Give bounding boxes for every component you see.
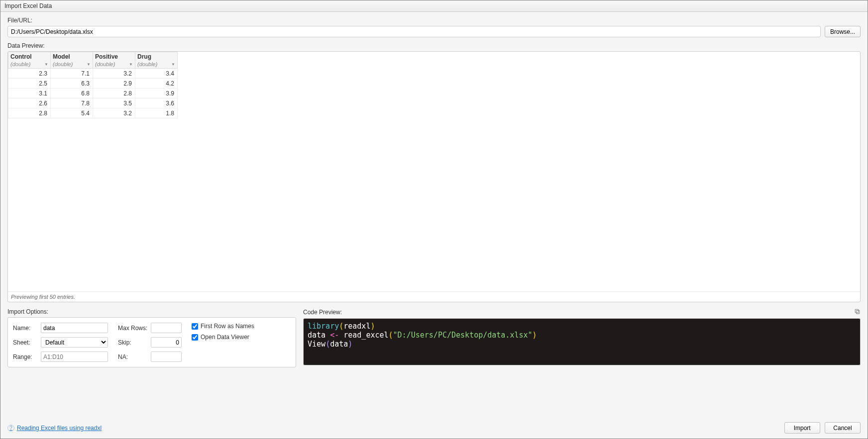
table-cell: 2.6 <box>8 98 51 108</box>
chevron-down-icon[interactable]: ▼ <box>171 62 175 67</box>
copy-icon[interactable] <box>854 308 861 316</box>
svg-rect-0 <box>856 310 860 314</box>
chevron-down-icon[interactable]: ▼ <box>129 62 133 67</box>
table-cell: 4.2 <box>135 79 178 88</box>
data-preview-label: Data Preview: <box>7 42 861 49</box>
table-cell: 7.1 <box>51 69 93 79</box>
table-cell: 2.3 <box>8 69 51 79</box>
table-row[interactable]: 2.67.83.53.6 <box>8 98 178 108</box>
table-cell: 7.8 <box>51 98 93 108</box>
file-path-input[interactable] <box>7 26 821 37</box>
open-viewer-checkbox[interactable]: Open Data Viewer <box>192 334 254 341</box>
maxrows-label: Max Rows: <box>118 325 148 332</box>
open-viewer-label: Open Data Viewer <box>201 334 249 341</box>
table-cell: 3.1 <box>8 88 51 98</box>
code-preview-label: Code Preview: <box>303 309 342 316</box>
table-cell: 5.4 <box>51 108 93 118</box>
na-input[interactable] <box>151 351 182 362</box>
first-row-checkbox-input[interactable] <box>192 323 198 330</box>
table-cell: 3.9 <box>135 88 178 98</box>
na-label: NA: <box>118 353 148 360</box>
col-header-positive[interactable]: Positive(double)▼ <box>93 52 135 69</box>
table-row[interactable]: 3.16.82.83.9 <box>8 88 178 98</box>
chevron-down-icon[interactable]: ▼ <box>87 62 91 67</box>
name-input[interactable] <box>41 323 108 333</box>
table-cell: 3.2 <box>93 69 135 79</box>
table-cell: 3.5 <box>93 98 135 108</box>
help-link-text: Reading Excel files using readxl <box>17 425 102 432</box>
window-title: Import Excel Data <box>0 0 868 12</box>
table-cell: 2.8 <box>93 88 135 98</box>
browse-button[interactable]: Browse... <box>825 26 861 37</box>
table-cell: 3.6 <box>135 98 178 108</box>
data-table: Control(double)▼Model(double)▼Positive(d… <box>8 52 178 118</box>
table-row[interactable]: 2.37.13.23.4 <box>8 69 178 79</box>
open-viewer-checkbox-input[interactable] <box>192 334 198 341</box>
table-cell: 6.3 <box>51 79 93 88</box>
table-cell: 2.8 <box>8 108 51 118</box>
table-cell: 2.5 <box>8 79 51 88</box>
data-preview-box: Control(double)▼Model(double)▼Positive(d… <box>7 51 861 302</box>
table-cell: 3.4 <box>135 69 178 79</box>
import-options-label: Import Options: <box>7 308 296 315</box>
table-cell: 3.2 <box>93 108 135 118</box>
col-header-control[interactable]: Control(double)▼ <box>8 52 51 69</box>
range-input[interactable] <box>41 351 108 362</box>
first-row-checkbox[interactable]: First Row as Names <box>192 323 254 330</box>
import-button[interactable]: Import <box>784 422 820 434</box>
cancel-button[interactable]: Cancel <box>825 422 861 434</box>
table-cell: 1.8 <box>135 108 178 118</box>
svg-rect-1 <box>855 309 859 313</box>
name-label: Name: <box>13 325 38 332</box>
table-cell: 6.8 <box>51 88 93 98</box>
table-cell: 2.9 <box>93 79 135 88</box>
maxrows-input[interactable] <box>151 323 182 333</box>
chevron-down-icon[interactable]: ▼ <box>44 62 48 67</box>
col-header-drug[interactable]: Drug(double)▼ <box>135 52 178 69</box>
file-url-label: File/URL: <box>7 17 861 24</box>
table-row[interactable]: 2.85.43.21.8 <box>8 108 178 118</box>
sheet-label: Sheet: <box>13 339 38 346</box>
help-icon: ? <box>7 425 14 432</box>
range-label: Range: <box>13 353 38 360</box>
skip-input[interactable] <box>151 337 182 348</box>
col-header-model[interactable]: Model(double)▼ <box>51 52 93 69</box>
first-row-label: First Row as Names <box>201 323 254 330</box>
preview-status: Previewing first 50 entries. <box>8 291 860 302</box>
sheet-select[interactable]: Default <box>41 337 108 348</box>
help-link[interactable]: ? Reading Excel files using readxl <box>7 425 102 432</box>
skip-label: Skip: <box>118 339 148 346</box>
code-preview-box[interactable]: library(readxl) data <- read_excel("D:/U… <box>303 318 861 365</box>
table-row[interactable]: 2.56.32.94.2 <box>8 79 178 88</box>
